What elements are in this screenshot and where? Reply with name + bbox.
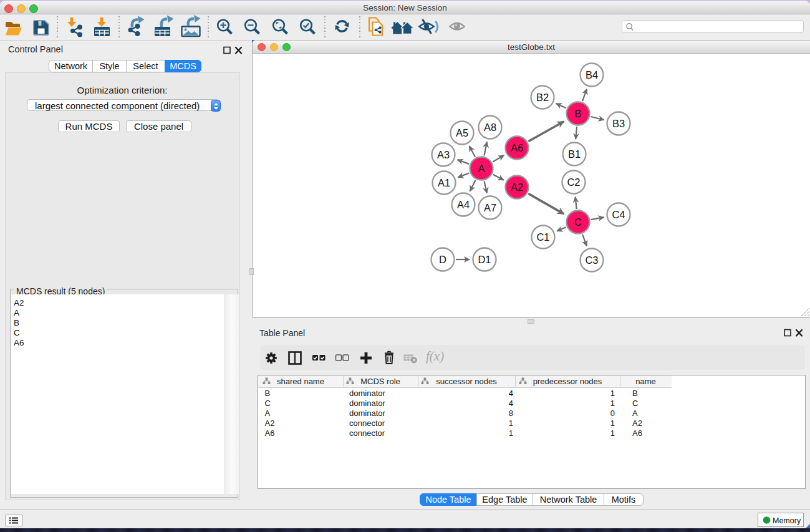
svg-text:C2: C2	[567, 177, 580, 188]
svg-text:A7: A7	[484, 202, 496, 213]
svg-text:A5: A5	[456, 127, 468, 138]
svg-text:C1: C1	[536, 231, 549, 243]
svg-text:A6: A6	[511, 142, 523, 153]
svg-text:B1: B1	[568, 148, 581, 160]
svg-text:C3: C3	[585, 254, 598, 266]
svg-text:B: B	[574, 108, 581, 119]
svg-text:A8: A8	[484, 122, 496, 133]
svg-text:C4: C4	[612, 209, 625, 220]
svg-text:A: A	[478, 163, 485, 174]
svg-text:C: C	[574, 216, 582, 228]
svg-text:A1: A1	[438, 177, 450, 188]
svg-text:D1: D1	[478, 254, 491, 265]
svg-text:B4: B4	[586, 69, 598, 80]
svg-text:A2: A2	[511, 181, 523, 193]
svg-text:D: D	[439, 254, 446, 265]
svg-text:B3: B3	[612, 118, 625, 129]
svg-text:A3: A3	[437, 149, 450, 160]
svg-text:B2: B2	[536, 92, 549, 103]
svg-text:A4: A4	[457, 199, 470, 210]
